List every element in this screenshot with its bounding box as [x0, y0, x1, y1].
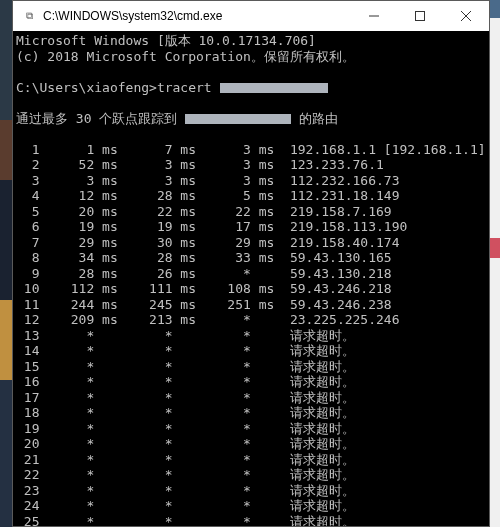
close-button[interactable]	[443, 1, 489, 31]
banner-line-2: (c) 2018 Microsoft Corporation。保留所有权利。	[16, 49, 355, 64]
window-title: C:\WINDOWS\system32\cmd.exe	[43, 9, 222, 23]
terminal-area[interactable]: Microsoft Windows [版本 10.0.17134.706] (c…	[13, 31, 489, 526]
minimize-button[interactable]	[351, 1, 397, 31]
banner-line-1: Microsoft Windows [版本 10.0.17134.706]	[16, 33, 316, 48]
maximize-button[interactable]	[397, 1, 443, 31]
cmd-window: ⧉ C:\WINDOWS\system32\cmd.exe Microsoft …	[12, 0, 490, 527]
prompt-path: C:\Users\xiaofeng>	[16, 80, 157, 95]
background-right-strip	[490, 18, 500, 527]
redacted-ip	[220, 83, 328, 93]
command-text: tracert	[157, 80, 220, 95]
cmd-icon: ⧉	[21, 8, 37, 24]
redacted-ip	[185, 114, 291, 124]
trace-header-b: 的路由	[291, 111, 338, 126]
svg-rect-1	[416, 12, 425, 21]
trace-header-a: 通过最多 30 个跃点跟踪到	[16, 111, 185, 126]
background-left-strip	[0, 0, 12, 527]
tracert-output: 1 1 ms 7 ms 3 ms 192.168.1.1 [192.168.1.…	[16, 142, 486, 527]
title-bar[interactable]: ⧉ C:\WINDOWS\system32\cmd.exe	[13, 1, 489, 32]
